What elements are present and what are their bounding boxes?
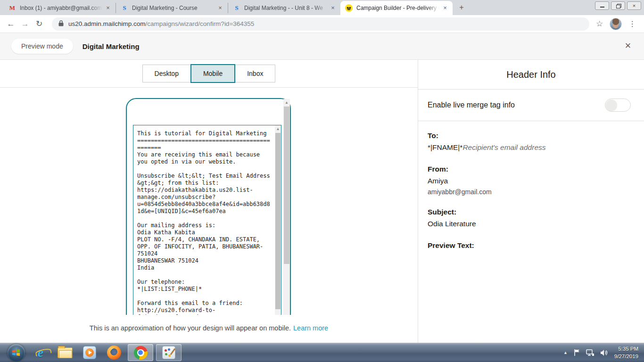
clock-time: 5:35 PM	[614, 345, 638, 353]
preview-mode-bar: Preview mode Digital Marketing ×	[0, 33, 644, 60]
restore-icon	[616, 4, 620, 8]
profile-avatar[interactable]	[610, 18, 622, 30]
wmp-icon	[83, 346, 96, 359]
s-logo-icon: S	[233, 4, 240, 12]
to-hint: Recipient's email address	[462, 143, 545, 151]
note-text: This is an approximation of how your des…	[90, 324, 291, 332]
start-button[interactable]	[4, 343, 28, 362]
phone-scrollbar[interactable]: ▲	[283, 99, 290, 315]
bookmark-star-icon[interactable]: ☆	[596, 19, 603, 29]
taskbar-items: e	[0, 343, 183, 362]
firefox-icon[interactable]	[102, 343, 126, 362]
clock-date: 9/27/2019	[614, 353, 638, 360]
merge-tag-toggle-row: Enable live merge tag info	[418, 90, 644, 121]
forward-button[interactable]: →	[18, 19, 32, 29]
preview-text-label: Preview Text:	[428, 241, 635, 250]
email-scrollbar[interactable]: ▲	[275, 125, 281, 315]
gmail-icon: M	[8, 4, 16, 12]
media-player-icon[interactable]	[77, 343, 102, 362]
to-value-line: *|FNAME|*Recipient's email address	[428, 142, 635, 153]
volume-icon[interactable]	[600, 349, 609, 356]
system-tray: ▲ 5:35 PM 9/27/2019	[563, 343, 644, 362]
restore-button[interactable]	[611, 1, 625, 10]
windows-taskbar: e ▲	[0, 343, 644, 362]
internet-explorer-icon[interactable]: e	[28, 343, 53, 362]
email-plain-text: This is tutorial for Digital Marketing =…	[137, 130, 272, 315]
ie-e-glyph: e	[38, 345, 43, 360]
action-center-flag-icon[interactable]	[573, 349, 580, 356]
subject-section: Subject: Odia Literature	[428, 208, 635, 229]
browser-toolbar: ← → ↻ us20.admin.mailchimp.com/campaigns…	[0, 15, 644, 33]
subject-label: Subject:	[428, 208, 635, 216]
learn-more-link[interactable]: Learn more	[293, 324, 328, 332]
close-preview-icon[interactable]: ×	[621, 40, 635, 52]
mobile-tab[interactable]: Mobile	[190, 64, 235, 83]
preview-pane: Desktop Mobile Inbox ▲ This is tutorial …	[0, 60, 418, 343]
tab-gmail-inbox[interactable]: M Inbox (1) - amiyabbr@gmail.com ×	[4, 3, 116, 13]
paint-taskbar-button[interactable]	[156, 344, 182, 361]
scroll-up-icon[interactable]: ▲	[283, 99, 290, 107]
browser-menu-icon[interactable]: ⋮	[628, 19, 636, 28]
minimize-icon	[600, 7, 604, 8]
toggle-knob	[606, 99, 617, 111]
header-info-panel: Header Info Enable live merge tag info T…	[418, 60, 644, 343]
back-button[interactable]: ←	[4, 19, 18, 29]
url-domain: us20.admin.mailchimp.com	[68, 20, 146, 27]
from-label: From:	[428, 165, 635, 173]
tab-close-icon[interactable]: ×	[441, 4, 449, 12]
scroll-up-icon[interactable]: ▲	[275, 125, 281, 133]
show-hidden-icons-button[interactable]: ▲	[563, 350, 568, 355]
minimize-button[interactable]	[595, 1, 609, 10]
to-section: To: *|FNAME|*Recipient's email address	[428, 132, 635, 153]
network-icon[interactable]	[586, 349, 594, 356]
new-tab-button[interactable]: +	[455, 2, 468, 13]
address-bar[interactable]: us20.admin.mailchimp.com/campaigns/wizar…	[52, 17, 589, 31]
header-info-title-row: Header Info	[418, 60, 644, 90]
tab-digital-marketing-unit8[interactable]: S Digital Marketing - - Unit 8 - We ×	[228, 3, 340, 13]
inbox-tab[interactable]: Inbox	[235, 65, 275, 82]
https-lock-icon[interactable]	[58, 20, 64, 28]
subject-value: Odia Literature	[428, 219, 635, 229]
header-info-body: To: *|FNAME|*Recipient's email address F…	[418, 121, 644, 250]
close-window-button[interactable]: ×	[627, 1, 641, 10]
chrome-icon	[134, 346, 148, 360]
email-content-box: This is tutorial for Digital Marketing =…	[133, 125, 281, 315]
toggle-label: Enable live merge tag info	[428, 101, 605, 109]
to-label: To:	[428, 132, 635, 140]
tab-close-icon[interactable]: ×	[104, 4, 112, 12]
toolbar-actions: ☆ ⋮	[596, 18, 636, 30]
tab-title: Campaign Builder - Pre-delivery C	[356, 5, 439, 11]
desktop-screen: M Inbox (1) - amiyabbr@gmail.com × S Dig…	[0, 0, 644, 362]
tab-title: Inbox (1) - amiyabbr@gmail.com	[20, 5, 102, 11]
to-merge-tag: *|FNAME|*	[428, 143, 462, 151]
phone-mockup: ▲ This is tutorial for Digital Marketing…	[126, 98, 291, 315]
url-path: /campaigns/wizard/confirm?id=364355	[146, 20, 255, 27]
taskbar-clock[interactable]: 5:35 PM 9/27/2019	[614, 345, 638, 360]
from-name: Amiya	[428, 176, 635, 186]
preview-mode-badge: Preview mode	[11, 39, 73, 54]
url-text: us20.admin.mailchimp.com/campaigns/wizar…	[68, 20, 254, 27]
from-section: From: Amiya amiyabbr@gmail.com	[428, 165, 635, 196]
reload-button[interactable]: ↻	[32, 19, 46, 29]
windows-start-icon	[8, 344, 25, 362]
window-controls: ×	[595, 1, 641, 10]
scrollbar-thumb[interactable]	[284, 107, 289, 264]
tab-digital-marketing-course[interactable]: S Digital Marketing - Course ×	[116, 3, 228, 13]
campaign-title: Digital Marketing	[83, 42, 140, 50]
folder-icon	[58, 347, 73, 358]
tab-campaign-builder[interactable]: Campaign Builder - Pre-delivery C ×	[340, 1, 453, 15]
scrollbar-thumb[interactable]	[275, 133, 281, 309]
firefox-globe-icon	[107, 346, 121, 360]
desktop-tab[interactable]: Desktop	[142, 65, 191, 82]
merge-tag-toggle[interactable]	[605, 99, 631, 112]
tab-close-icon[interactable]: ×	[216, 4, 224, 12]
s-logo-icon: S	[121, 4, 128, 12]
device-toggle: Desktop Mobile Inbox	[0, 60, 418, 88]
tab-close-icon[interactable]: ×	[329, 4, 337, 12]
mobile-approximation-note: This is an approximation of how your des…	[0, 324, 418, 332]
windows-explorer-icon[interactable]	[53, 343, 77, 362]
chrome-taskbar-button[interactable]	[128, 344, 153, 361]
browser-tab-strip: M Inbox (1) - amiyabbr@gmail.com × S Dig…	[0, 0, 644, 15]
paint-icon	[162, 346, 175, 359]
preview-text-section: Preview Text:	[428, 241, 635, 250]
